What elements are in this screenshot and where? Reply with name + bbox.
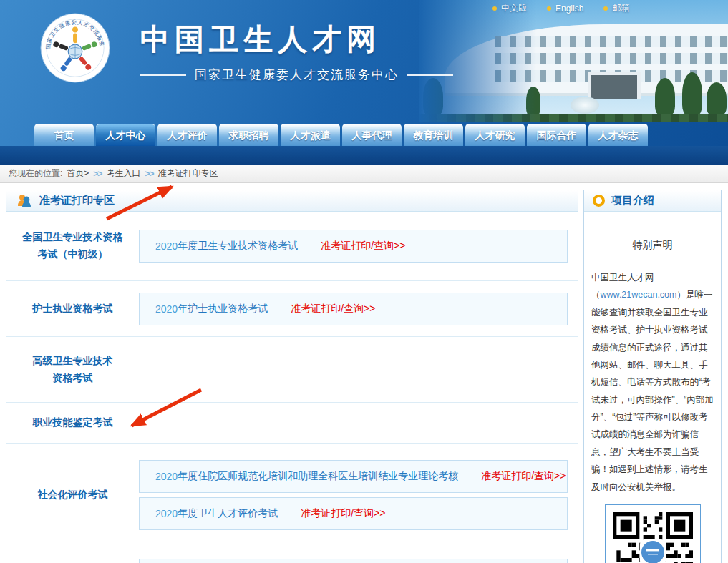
exam-item-year: 2020 bbox=[155, 471, 178, 482]
notice-title: 特别声明 bbox=[584, 239, 721, 252]
notice-body: 中国卫生人才网（www.21wecan.com）是唯一能够查询并获取全国卫生专业… bbox=[591, 269, 714, 496]
breadcrumb-separator: >> bbox=[145, 169, 153, 179]
site-title: 中国卫生人才网 bbox=[140, 20, 381, 59]
admission-print-link[interactable]: 准考证打印/查询>> bbox=[481, 470, 566, 483]
nav-tab-0[interactable]: 首页 bbox=[34, 124, 94, 146]
admission-print-link[interactable]: 准考证打印/查询>> bbox=[301, 507, 385, 520]
site-subtitle-text: 国家卫生健康委人才交流服务中心 bbox=[195, 67, 399, 83]
top-link-2[interactable]: 邮箱 bbox=[603, 2, 629, 14]
top-link-label: English bbox=[555, 4, 583, 14]
breadcrumb-item-1[interactable]: 考生入口 bbox=[106, 167, 140, 180]
exam-row-label: 全国卫生专业技术资格 考试（中初级） bbox=[6, 212, 139, 280]
nav-tab-4[interactable]: 人才派遣 bbox=[281, 124, 340, 146]
breadcrumb-item-2[interactable]: 准考证打印专区 bbox=[157, 167, 218, 180]
top-link-1[interactable]: English bbox=[547, 2, 583, 14]
exam-item-title[interactable]: 年度住院医师规范化培训和助理全科医生培训结业专业理论考核 bbox=[178, 470, 458, 483]
exam-item bbox=[139, 559, 568, 563]
bullet-icon bbox=[492, 6, 497, 11]
exam-row-items bbox=[139, 403, 578, 443]
bullet-icon bbox=[547, 6, 551, 11]
exam-row-4: 社会化评价考试2020年度住院医师规范化培训和助理全科医生培训结业专业理论考核准… bbox=[6, 444, 578, 547]
exam-item: 2020年护士执业资格考试准考证打印/查询>> bbox=[139, 293, 568, 325]
page: 中文版English邮箱 国家卫生健康委人才交流服务中心 bbox=[0, 0, 728, 563]
nav-strip bbox=[0, 146, 728, 165]
panel-header: 准考证打印专区 bbox=[6, 190, 578, 212]
breadcrumb: 您现在的位置: 首页>>>考生入口>>准考证打印专区 bbox=[0, 165, 728, 183]
exam-item: 2020年度住院医师规范化培训和助理全科医生培训结业专业理论考核准考证打印/查询… bbox=[139, 460, 568, 493]
exam-item-title[interactable]: 年度卫生专业技术资格考试 bbox=[178, 240, 298, 253]
project-intro-sidebar: 项目介绍 特别声明 中国卫生人才网（www.21wecan.com）是唯一能够查… bbox=[583, 190, 722, 563]
sidebar-title: 项目介绍 bbox=[611, 194, 654, 207]
admission-print-link[interactable]: 准考证打印/查询>> bbox=[321, 240, 405, 253]
exam-item-year: 2020 bbox=[155, 303, 178, 315]
breadcrumb-separator: >> bbox=[93, 169, 102, 179]
main-nav: 首页人才中心人才评价求职招聘人才派遣人事代理教育培训人才研究国际合作人才杂志 bbox=[34, 124, 648, 146]
exam-row-label: 社会化评价考试 bbox=[6, 444, 139, 547]
exam-row-label: 护士执业资格考试 bbox=[6, 281, 139, 336]
exam-row-3: 职业技能鉴定考试 bbox=[6, 403, 578, 444]
nav-tab-2[interactable]: 人才评价 bbox=[157, 124, 217, 146]
breadcrumb-prefix: 您现在的位置: bbox=[9, 167, 62, 180]
top-link-label: 邮箱 bbox=[612, 2, 629, 14]
exam-row-label bbox=[6, 547, 139, 563]
building-photo bbox=[419, 0, 728, 122]
exam-row-label: 高级卫生专业技术 资格考试 bbox=[6, 337, 139, 402]
breadcrumb-item-0[interactable]: 首页> bbox=[67, 167, 89, 180]
nav-tab-6[interactable]: 教育培训 bbox=[404, 124, 463, 146]
exam-item-title[interactable]: 年度卫生人才评价考试 bbox=[178, 507, 278, 520]
site-logo: 国家卫生健康委人才交流服务中心 bbox=[40, 13, 110, 83]
exam-item: 2020年度卫生人才评价考试准考证打印/查询>> bbox=[139, 497, 568, 530]
bullet-icon bbox=[603, 6, 608, 11]
admission-print-link[interactable]: 准考证打印/查询>> bbox=[291, 303, 375, 315]
top-links: 中文版English邮箱 bbox=[492, 2, 629, 14]
exam-item-year: 2020 bbox=[155, 508, 178, 519]
panel-title: 准考证打印专区 bbox=[39, 194, 115, 207]
nav-tab-8[interactable]: 国际合作 bbox=[527, 124, 586, 146]
exam-row-1: 护士执业资格考试2020年护士执业资格考试准考证打印/查询>> bbox=[6, 281, 578, 337]
exam-row-items: 2020年度住院医师规范化培训和助理全科医生培训结业专业理论考核准考证打印/查询… bbox=[139, 444, 578, 547]
exam-row-items bbox=[139, 337, 578, 402]
exam-row-items: 2020年护士执业资格考试准考证打印/查询>> bbox=[139, 281, 578, 336]
nav-tab-7[interactable]: 人才研究 bbox=[465, 124, 525, 146]
sidebar-header: 项目介绍 bbox=[584, 190, 721, 212]
notice-text-post: ）是唯一能够查询并获取全国卫生专业资格考试、护士执业资格考试成绩信息的正式途径，… bbox=[591, 290, 714, 491]
exam-row-items bbox=[139, 547, 578, 563]
exam-row-label: 职业技能鉴定考试 bbox=[6, 403, 139, 443]
ring-bullet-icon bbox=[593, 195, 605, 207]
nav-tab-3[interactable]: 求职招聘 bbox=[219, 124, 278, 146]
admission-ticket-panel: 准考证打印专区 全国卫生专业技术资格 考试（中初级）2020年度卫生专业技术资格… bbox=[6, 190, 578, 563]
people-icon bbox=[16, 194, 32, 208]
top-link-0[interactable]: 中文版 bbox=[492, 2, 527, 14]
nav-tab-5[interactable]: 人事代理 bbox=[342, 124, 402, 146]
notice-url[interactable]: www.21wecan.com bbox=[601, 290, 677, 300]
nav-tab-1[interactable]: 人才中心 bbox=[96, 124, 155, 146]
qr-code bbox=[605, 504, 701, 563]
exam-row-items: 2020年度卫生专业技术资格考试准考证打印/查询>> bbox=[139, 212, 578, 280]
top-link-label: 中文版 bbox=[501, 2, 527, 14]
exam-row-5 bbox=[6, 547, 578, 563]
exam-item-title[interactable]: 年护士执业资格考试 bbox=[178, 303, 268, 315]
exam-row-0: 全国卫生专业技术资格 考试（中初级）2020年度卫生专业技术资格考试准考证打印/… bbox=[6, 212, 578, 281]
exam-item: 2020年度卫生专业技术资格考试准考证打印/查询>> bbox=[139, 230, 568, 263]
exam-item-year: 2020 bbox=[155, 240, 178, 252]
nav-tab-9[interactable]: 人才杂志 bbox=[588, 124, 648, 146]
site-subtitle: 国家卫生健康委人才交流服务中心 bbox=[140, 67, 453, 83]
exam-row-2: 高级卫生专业技术 资格考试 bbox=[6, 337, 578, 403]
